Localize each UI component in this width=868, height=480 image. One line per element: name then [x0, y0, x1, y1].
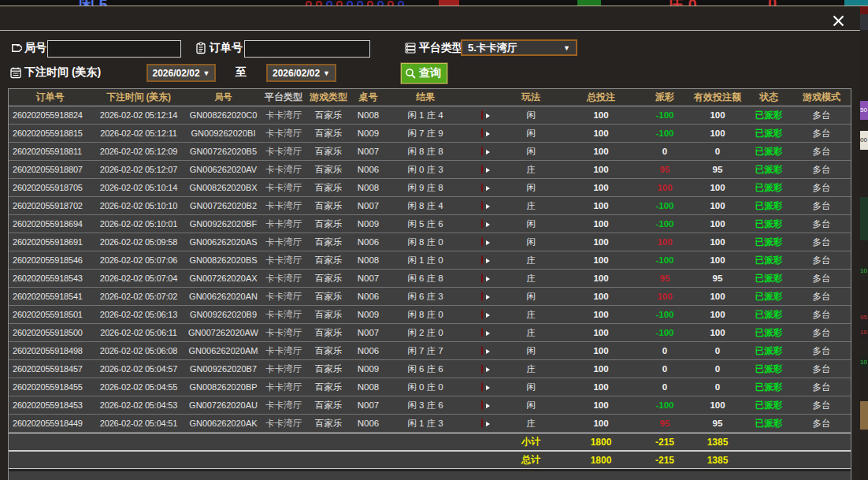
cell-game: GN007262020B5	[186, 147, 261, 156]
header-result: 结果	[386, 91, 465, 104]
cell-order: 260202055918498	[9, 346, 91, 355]
background-fragment	[860, 14, 868, 30]
grand-total-row-valid-bet: 1385	[690, 455, 745, 466]
cell-result: 闲 0 庄 0	[386, 381, 465, 393]
play-video-icon[interactable]	[481, 183, 483, 192]
header-status: 状态	[745, 91, 792, 104]
grand-total-row-payout: -215	[640, 455, 690, 466]
search-button[interactable]: 查询	[401, 63, 447, 84]
background-fragment	[860, 6, 868, 14]
replay-cell	[465, 110, 499, 120]
replay-cell	[465, 382, 499, 392]
play-video-icon[interactable]	[481, 128, 483, 138]
date-to-picker[interactable]: 2026/02/02 ▼	[266, 64, 336, 82]
cell-valid_bet: 100	[690, 183, 745, 192]
platform-list-icon	[404, 42, 417, 54]
cell-table_no: N007	[351, 400, 386, 410]
subtotal-row: 小计1800-2151385	[9, 433, 851, 451]
cell-play: 庄	[499, 309, 562, 321]
cell-time: 2026-02-02 05:12:14	[91, 110, 186, 120]
cell-order: 260202055918455	[9, 382, 91, 392]
subtotal-row-payout: -215	[640, 437, 690, 448]
cell-game: GN009262020BF	[186, 219, 261, 229]
play-video-icon[interactable]	[481, 165, 483, 174]
play-video-icon[interactable]	[481, 364, 483, 374]
cell-time: 2026-02-02 05:12:09	[91, 147, 186, 156]
order-no-input[interactable]	[244, 40, 370, 58]
cell-mode: 多台	[792, 146, 851, 158]
platform-select[interactable]: 5.卡卡湾厅 ▼	[461, 39, 577, 56]
play-video-icon[interactable]	[481, 255, 483, 265]
play-video-icon[interactable]	[481, 346, 483, 355]
cell-game_type: 百家乐	[306, 273, 351, 285]
cell-platform: 卡卡湾厅	[261, 255, 306, 266]
cell-status: 已派彩	[745, 291, 792, 303]
play-video-icon[interactable]	[481, 328, 483, 337]
cell-payout: -100	[640, 328, 690, 337]
play-video-icon[interactable]	[481, 219, 483, 229]
background-player-text: 闲 5	[79, 0, 108, 6]
replay-cell	[465, 346, 499, 355]
play-video-icon[interactable]	[481, 201, 483, 210]
cell-game: GN007262020AW	[186, 328, 261, 337]
cell-mode: 多台	[792, 291, 851, 303]
play-video-icon[interactable]	[481, 237, 483, 247]
cell-result: 闲 1 庄 3	[386, 418, 465, 430]
cell-game: GN007262020AX	[186, 273, 261, 283]
platform-selected-value: 5.卡卡湾厅	[468, 41, 517, 55]
cell-game_type: 百家乐	[306, 164, 351, 176]
close-icon[interactable]	[829, 11, 848, 30]
cell-play: 庄	[499, 327, 562, 339]
replay-cell	[465, 419, 499, 428]
cell-order: 260202055918815	[9, 128, 91, 138]
background-fragment: 50	[860, 101, 868, 120]
play-video-icon[interactable]	[481, 147, 483, 156]
cell-order: 260202055918691	[9, 237, 91, 247]
cell-game: GN006262020AN	[186, 292, 261, 301]
cell-game_type: 百家乐	[306, 363, 351, 375]
play-video-icon[interactable]	[481, 310, 483, 319]
play-video-icon[interactable]	[481, 419, 483, 428]
table-row: 2602020559188072026-02-02 05:12:07GN0062…	[9, 161, 851, 179]
cell-order: 260202055918807	[9, 165, 91, 174]
cell-time: 2026-02-02 05:06:11	[91, 328, 186, 337]
play-video-icon[interactable]	[481, 382, 483, 392]
cell-result: 闲 3 庄 6	[386, 400, 465, 411]
grand-total-row: 总计1800-2151385	[9, 451, 851, 469]
date-from-picker[interactable]: 2026/02/02 ▼	[147, 64, 216, 82]
replay-cell	[465, 292, 499, 301]
cell-result: 闲 7 庄 7	[386, 345, 465, 357]
play-video-icon[interactable]	[481, 110, 483, 120]
play-video-icon[interactable]	[481, 273, 483, 283]
cell-platform: 卡卡湾厅	[261, 327, 306, 339]
background-fragment: 95	[860, 311, 868, 324]
cell-total_bet: 100	[562, 364, 640, 374]
cell-status: 已派彩	[745, 182, 792, 194]
search-button-label: 查询	[419, 66, 441, 80]
play-video-icon[interactable]	[481, 292, 483, 301]
cell-time: 2026-02-02 05:04:57	[91, 364, 186, 374]
cell-platform: 卡卡湾厅	[261, 236, 306, 248]
divider	[0, 30, 860, 31]
cell-payout: 100	[640, 292, 690, 301]
cell-game_type: 百家乐	[306, 146, 351, 158]
cell-game_type: 百家乐	[306, 327, 351, 339]
cell-result: 闲 8 庄 4	[386, 200, 465, 212]
subtotal-row-total-bet: 1800	[562, 437, 640, 448]
cell-total_bet: 100	[562, 183, 640, 192]
cell-mode: 多台	[792, 381, 851, 393]
cell-status: 已派彩	[745, 400, 792, 411]
cell-order: 260202055918541	[9, 292, 91, 301]
play-video-icon[interactable]	[481, 400, 483, 410]
cell-order: 260202055918543	[9, 273, 91, 283]
game-no-input[interactable]	[47, 40, 181, 58]
cell-play: 闲	[499, 291, 562, 303]
cell-result: 闲 9 庄 8	[386, 182, 465, 194]
cell-play: 庄	[499, 200, 562, 212]
cell-platform: 卡卡湾厅	[261, 146, 306, 158]
cell-game: GN006262020AV	[186, 165, 261, 174]
cell-play: 闲	[499, 110, 562, 121]
cell-game_type: 百家乐	[306, 110, 351, 121]
cell-table_no: N007	[351, 328, 386, 337]
replay-cell	[465, 201, 499, 210]
